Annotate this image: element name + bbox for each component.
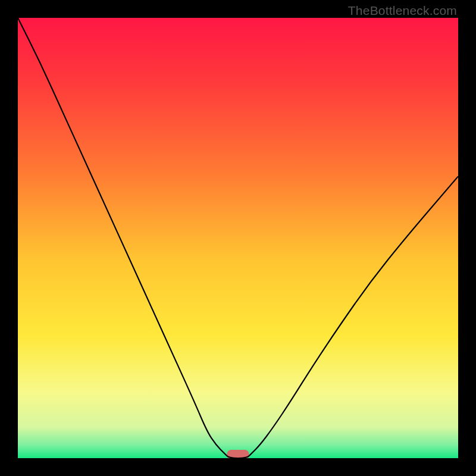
watermark-text: TheBottleneck.com xyxy=(348,4,457,18)
gradient-background xyxy=(18,18,458,458)
plot-area xyxy=(18,18,458,458)
chart-frame: TheBottleneck.com xyxy=(0,0,476,476)
plot-svg xyxy=(18,18,458,458)
